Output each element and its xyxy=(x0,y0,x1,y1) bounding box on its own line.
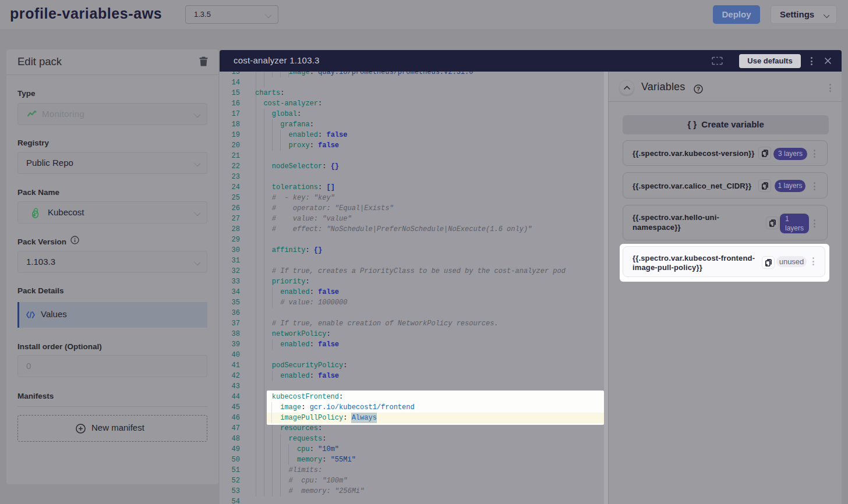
svg-text:?: ? xyxy=(697,86,700,93)
